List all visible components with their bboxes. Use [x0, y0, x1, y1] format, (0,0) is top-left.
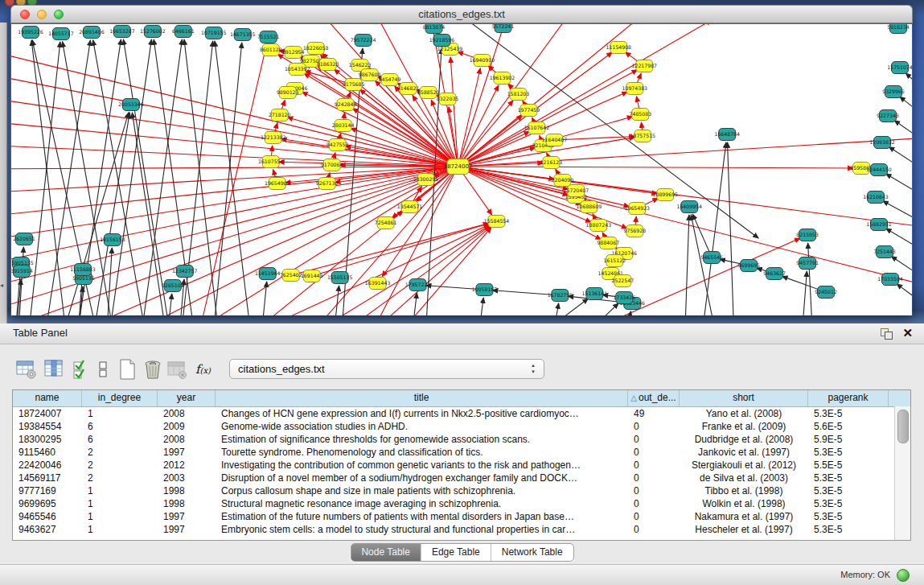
tab-node-table[interactable]: Node Table — [351, 544, 421, 561]
left-dock-strip: ◂ — [0, 23, 7, 323]
table-body: 1872400712008Changes of HCN gene express… — [13, 407, 910, 536]
graph-edge[interactable] — [333, 286, 339, 315]
network-window-titlebar[interactable]: citations_edges.txt — [10, 5, 913, 23]
close-panel-icon[interactable]: ✕ — [902, 326, 913, 340]
table-cell: 2012 — [158, 459, 216, 472]
table-row[interactable]: 1938455462009Genome-wide association stu… — [13, 420, 910, 433]
graph-edge[interactable] — [11, 167, 458, 315]
graph-node-label: 16409954 — [677, 204, 703, 209]
table-select[interactable]: citations_edges.txt ▲▼ — [229, 359, 544, 379]
graph-edge[interactable] — [11, 122, 458, 167]
column-header-name[interactable]: name — [13, 390, 82, 406]
graph-edge[interactable] — [312, 224, 489, 276]
graph-edge[interactable] — [291, 224, 489, 275]
table-row[interactable]: 911546021997Tourette syndrome. Phenomeno… — [13, 446, 910, 459]
table-row[interactable]: 969969511998Structural magnetic resonanc… — [13, 497, 910, 510]
graph-node-label: 10974383 — [622, 85, 648, 91]
graph-edge[interactable] — [106, 248, 112, 315]
network-graph[interactable]: 1872400786011288912954182260589827508818… — [11, 24, 912, 315]
column-header-pagerank[interactable]: pagerank — [808, 390, 889, 406]
tab-network-table[interactable]: Network Table — [491, 544, 573, 561]
table-cell: 2 — [82, 459, 158, 472]
graph-edge[interactable] — [287, 117, 458, 167]
graph-edge[interactable] — [93, 40, 148, 315]
network-canvas[interactable]: 1872400786011288912954182260589827508818… — [11, 24, 912, 315]
graph-node-label: 9227343 — [877, 113, 899, 118]
graph-edge[interactable] — [458, 167, 854, 168]
graph-edge[interactable] — [11, 167, 458, 169]
table-cell: Estimation of the future numbers of pati… — [216, 510, 628, 523]
graph-node-label: 15751074 — [887, 64, 912, 70]
graph-edge[interactable] — [894, 121, 912, 149]
graph-edge[interactable] — [458, 24, 507, 167]
table-row[interactable]: 1456911722003Disruption of a novel membe… — [13, 472, 910, 484]
graph-edge[interactable] — [886, 174, 912, 203]
graph-edge[interactable] — [728, 142, 735, 315]
scrollbar-thumb[interactable] — [897, 410, 909, 443]
graph-edge[interactable] — [11, 167, 458, 311]
table-row[interactable]: 946554611997Estimation of the future num… — [13, 510, 910, 523]
column-header-short[interactable]: short — [680, 390, 808, 406]
column-header-year[interactable]: year — [158, 390, 216, 406]
graph-node-label: 11451944 — [255, 270, 281, 276]
table-cell: 0 — [628, 433, 680, 446]
graph-edge[interactable] — [458, 101, 514, 167]
table-row[interactable]: 946362711997Embryonic stem cells: a mode… — [13, 523, 910, 536]
collapse-arrow-icon[interactable]: ◂ — [0, 282, 3, 289]
delete-rows-trash-icon[interactable] — [143, 359, 164, 380]
table-row[interactable]: 1830029562008Estimation of significance … — [13, 433, 910, 446]
table-row[interactable]: 2242004622012Investigating the contribut… — [13, 459, 910, 472]
function-builder-icon[interactable]: f(x) — [195, 359, 216, 380]
compact-rows-icon[interactable] — [98, 359, 109, 380]
graph-edge[interactable] — [458, 167, 912, 288]
column-header-in_degree[interactable]: in_degree — [82, 390, 158, 406]
network-window[interactable]: citations_edges.txt 18724007860112889129… — [10, 5, 913, 315]
graph-node-label: 7625402 — [280, 272, 302, 278]
graph-edge[interactable] — [31, 40, 68, 315]
graph-edge[interactable] — [411, 293, 417, 315]
graph-edge[interactable] — [368, 167, 458, 315]
graph-edge[interactable] — [551, 303, 558, 315]
graph-node-label: 12217987 — [632, 63, 658, 68]
graph-edge[interactable] — [897, 284, 912, 312]
graph-edge[interactable] — [573, 303, 618, 315]
column-visibility-icon[interactable] — [44, 359, 65, 380]
table-settings-icon[interactable] — [16, 359, 37, 380]
graph-node-label: 1615122 — [604, 257, 626, 263]
table-tabs: Node Table Edge Table Network Table — [350, 543, 573, 562]
delete-table-disabled-icon — [167, 359, 188, 380]
table-cell: 18724007 — [13, 407, 82, 420]
table-row[interactable]: 977716911998Corpus callosum shape and si… — [13, 484, 910, 497]
graph-node-label: 15720407 — [564, 187, 589, 193]
graph-node-label: 20053346 — [118, 101, 144, 107]
graph-edge[interactable] — [60, 113, 129, 315]
table-scrollbar[interactable] — [894, 406, 910, 540]
tab-edge-table[interactable]: Edge Table — [421, 544, 491, 561]
table-cell: 1 — [82, 510, 158, 523]
column-header-title[interactable]: title — [216, 390, 628, 406]
graph-edge[interactable] — [458, 138, 912, 167]
graph-edge[interactable] — [166, 294, 172, 315]
graph-edge[interactable] — [123, 39, 171, 315]
select-columns-icon[interactable] — [72, 359, 93, 380]
graph-edge[interactable] — [691, 215, 718, 315]
float-panel-icon[interactable] — [881, 328, 892, 339]
new-table-icon[interactable] — [117, 359, 138, 380]
graph-node-label: 19156158 — [100, 237, 125, 242]
table-cell: 18300295 — [13, 433, 82, 446]
memory-ok-indicator[interactable] — [897, 569, 910, 582]
memory-status-label[interactable]: Memory: OK — [840, 570, 890, 579]
table-cell: Tibbo et al. (1998) — [680, 484, 808, 497]
graph-edge[interactable] — [889, 146, 912, 177]
graph-edge[interactable] — [477, 298, 483, 315]
table-row[interactable]: 1872400712008Changes of HCN gene express… — [13, 407, 910, 420]
graph-edge[interactable] — [808, 243, 813, 315]
graph-node-label: 17957223 — [405, 282, 431, 287]
graph-edge[interactable] — [906, 73, 912, 101]
graph-edge[interactable] — [684, 215, 689, 315]
graph-edge[interactable] — [900, 97, 912, 125]
graph-edge[interactable] — [801, 271, 807, 315]
table-cell: Tourette syndrome. Phenomenology and cla… — [216, 446, 628, 459]
column-header-out_de[interactable]: △out_de... — [628, 390, 680, 406]
graph-node-label: 15692951 — [866, 221, 892, 227]
